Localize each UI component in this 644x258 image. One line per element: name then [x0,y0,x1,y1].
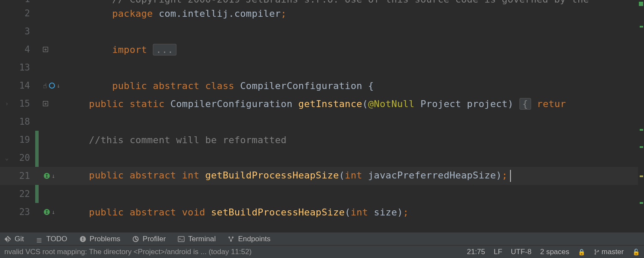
line-number: 15 [14,98,35,109]
line-number: 21 [14,171,35,181]
type-name: CompilerConfiguration [170,98,298,109]
code-line[interactable]: 4 + import ... [0,40,644,58]
folded-region[interactable]: { [519,98,532,110]
line-number: 18 [14,117,35,127]
editor-area[interactable]: 1 // Copyright 2000-2019 JetBrains s.r.o… [0,0,644,232]
profiler-icon [132,236,139,243]
related-icon[interactable] [49,83,55,89]
tool-profiler[interactable]: Profiler [132,235,166,243]
gutter-fold-chevron[interactable] [0,131,14,149]
line-number: 4 [14,44,35,55]
tool-endpoints[interactable]: Endpoints [228,235,270,243]
status-message[interactable]: nvalid VCS root mapping: The directory <… [4,248,467,256]
gutter-fold-chevron[interactable] [0,40,14,58]
gutter-fold-chevron[interactable] [0,185,14,203]
padlock-icon[interactable]: 🔓 [632,249,640,255]
branch-icon [594,249,600,255]
fold-expand-icon[interactable]: + [43,101,48,106]
status-line-separator[interactable]: LF [494,248,502,256]
tool-window-bar: Git ≣ TODO Problems Profiler Terminal En… [0,232,644,245]
down-arrow-icon[interactable]: ↓ [52,172,55,179]
down-arrow-icon[interactable]: ↓ [57,82,60,89]
code-line[interactable]: 22 [0,185,644,203]
gutter-fold-chevron[interactable] [0,77,14,95]
readonly-lock-icon[interactable]: 🔒 [578,249,585,255]
vcs-change-marker[interactable] [35,131,39,149]
keyword: package [112,8,153,19]
usages-icon[interactable]: ☝ [43,82,47,90]
tool-git[interactable]: Git [4,235,24,243]
keyword: import [112,44,147,55]
vcs-change-marker[interactable] [35,149,39,167]
param-name: size [368,207,397,218]
warning-icon [79,236,86,243]
svg-point-8 [595,249,596,251]
tool-label: Profiler [143,235,166,243]
code-line[interactable]: 14 ☝ ↓ public abstract class CompilerCon… [0,77,644,95]
gutter-fold-chevron[interactable]: ⌄ [0,149,14,167]
gutter-fold-chevron[interactable] [0,203,14,221]
line-number: 14 [14,80,35,91]
line-number: 3 [14,26,35,37]
code-line[interactable]: 19 //this comment will be reformatted [0,131,644,149]
tool-todo[interactable]: ≣ TODO [36,235,67,243]
stripe-mark[interactable] [640,175,643,177]
code-line[interactable]: ⌄ 20 [0,149,644,167]
fold-expand-icon[interactable]: + [43,47,48,52]
vcs-change-marker[interactable] [35,185,39,203]
brace: { [368,80,374,91]
line-number: 2 [14,8,35,18]
status-caret-position[interactable]: 21:75 [467,248,485,256]
folded-region[interactable]: ... [153,44,176,55]
gutter-fold-chevron[interactable] [0,58,14,77]
tool-terminal[interactable]: Terminal [178,235,216,243]
code-line[interactable]: 18 [0,113,644,131]
keyword: int [182,170,205,181]
stripe-mark[interactable] [640,202,643,204]
status-encoding[interactable]: UTF-8 [511,248,532,256]
gutter-fold-chevron[interactable] [0,22,14,40]
override-icon[interactable]: I [44,173,50,179]
param-name: project [467,98,508,109]
tool-problems[interactable]: Problems [79,235,121,243]
status-indent[interactable]: 2 spaces [540,248,569,256]
line-number: 20 [14,153,35,163]
keyword: retur [531,98,566,109]
code-text[interactable]: import ... [65,34,176,66]
gutter-icons[interactable]: I ↓ [35,209,65,215]
code-text[interactable]: public abstract class CompilerConfigurat… [65,70,374,102]
gutter-icons[interactable]: I ↓ [35,172,65,179]
gutter-fold-chevron[interactable] [0,167,14,185]
git-icon [4,236,11,243]
keyword: static [130,98,170,109]
keyword: int [351,207,368,218]
stripe-mark[interactable] [640,26,643,28]
svg-rect-1 [82,237,83,240]
code-text[interactable]: public abstract int getBuildProcessHeapS… [65,170,511,182]
param-name: javacPreferredHeapSize [362,170,496,181]
override-icon[interactable]: I [44,209,50,215]
gutter-icons[interactable]: + [35,101,65,106]
analysis-status-icon[interactable] [639,2,643,6]
gutter-fold-chevron[interactable] [0,113,14,131]
gutter-icons[interactable]: ☝ ↓ [35,82,65,90]
list-icon: ≣ [36,236,43,243]
status-git-branch[interactable]: master [594,248,624,256]
code-text[interactable]: public static CompilerConfiguration getI… [65,98,566,109]
code-line[interactable]: 23 I ↓ public abstract void setBuildProc… [0,203,644,221]
code-line-current[interactable]: 21 I ↓ public abstract int getBuildProce… [0,167,644,185]
error-stripe[interactable] [638,0,644,232]
gutter-fold-chevron[interactable] [0,4,14,22]
gutter-icons[interactable]: + [35,47,65,52]
semicolon: ; [502,170,508,181]
code-text[interactable]: public abstract void setBuildProcessHeap… [65,207,409,218]
gutter-fold-chevron[interactable] [0,0,14,4]
stripe-mark[interactable] [640,129,643,131]
code-text[interactable]: package com.intellij.compiler; [65,0,287,30]
method-name: getInstance [298,98,362,109]
gutter-fold-chevron[interactable]: › [0,95,14,113]
line-number: 23 [14,207,35,217]
code-text[interactable]: //this comment will be reformatted [65,135,287,145]
down-arrow-icon[interactable]: ↓ [52,209,55,215]
stripe-mark[interactable] [640,146,643,148]
